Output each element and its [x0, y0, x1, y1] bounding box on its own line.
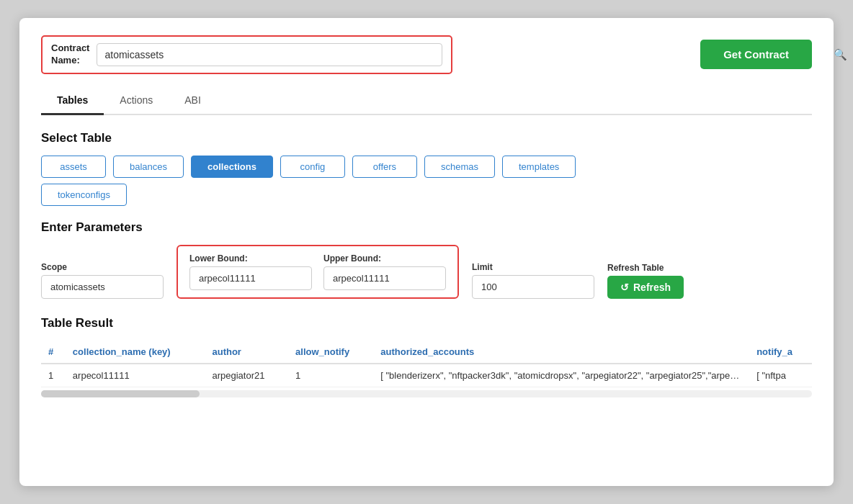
cell-allow-notify: 1	[288, 364, 373, 387]
scope-group: Scope	[41, 262, 164, 299]
result-table: # collection_name (key) author allow_not…	[41, 341, 812, 387]
scope-label: Scope	[41, 262, 164, 272]
search-icon: 🔍	[834, 48, 847, 61]
refresh-group: Refresh Table ↺ Refresh	[607, 263, 684, 299]
col-author: author	[205, 341, 288, 364]
table-header-row: # collection_name (key) author allow_not…	[41, 341, 812, 364]
get-contract-button[interactable]: Get Contract	[700, 40, 812, 69]
contract-row: ContractName: 🔍 Get Contract	[41, 35, 812, 74]
table-btn-balances[interactable]: balances	[113, 156, 184, 178]
tab-tables[interactable]: Tables	[41, 87, 104, 115]
limit-group: Limit	[472, 262, 594, 299]
cell-author: arpegiator21	[205, 364, 288, 387]
contract-name-label: ContractName:	[51, 42, 89, 67]
tab-abi[interactable]: ABI	[169, 87, 217, 115]
horizontal-scrollbar[interactable]	[41, 390, 812, 397]
tabs-row: Tables Actions ABI	[41, 87, 812, 115]
table-btn-offers[interactable]: offers	[352, 156, 417, 178]
lower-bound-input[interactable]	[189, 266, 312, 290]
cell-authorized-accounts: [ "blenderizerx", "nftpacker3dk", "atomi…	[373, 364, 749, 387]
cell-notify-a: [ "nftpa	[749, 364, 812, 387]
bounds-box: Lower Bound: Upper Bound:	[177, 245, 459, 299]
col-allow-notify: allow_notify	[288, 341, 373, 364]
limit-input[interactable]	[472, 275, 594, 299]
lower-bound-group: Lower Bound:	[189, 253, 312, 290]
upper-bound-label: Upper Bound:	[323, 253, 446, 264]
main-card: ContractName: 🔍 Get Contract Tables Acti…	[19, 18, 834, 486]
result-title: Table Result	[41, 316, 812, 330]
select-table-section: Select Table assets balances collections…	[41, 131, 812, 206]
upper-bound-input[interactable]	[323, 266, 446, 290]
scrollbar-thumb	[41, 390, 200, 397]
col-authorized-accounts: authorized_accounts	[373, 341, 749, 364]
params-row: Scope Lower Bound: Upper Bound: Limit	[41, 245, 812, 299]
col-collection-name: collection_name (key)	[66, 341, 205, 364]
lower-bound-label: Lower Bound:	[189, 253, 312, 264]
cell-num: 1	[41, 364, 66, 387]
upper-bound-group: Upper Bound:	[323, 253, 446, 290]
col-notify-a: notify_a	[749, 341, 812, 364]
tab-actions[interactable]: Actions	[104, 87, 169, 115]
select-table-title: Select Table	[41, 131, 812, 145]
refresh-icon: ↺	[620, 282, 629, 293]
refresh-table-label: Refresh Table	[607, 263, 684, 273]
table-buttons-row2: tokenconfigs	[41, 184, 812, 206]
table-btn-assets[interactable]: assets	[41, 156, 106, 178]
contract-name-input[interactable]	[97, 43, 442, 66]
result-section: Table Result # collection_name (key) aut…	[41, 316, 812, 397]
parameters-title: Enter Parameters	[41, 220, 812, 235]
scope-input[interactable]	[41, 275, 164, 299]
table-btn-schemas[interactable]: schemas	[424, 156, 495, 178]
contract-name-box: ContractName: 🔍	[41, 35, 452, 74]
table-btn-collections[interactable]: collections	[191, 156, 273, 178]
table-btn-config[interactable]: config	[280, 156, 345, 178]
table-row: 1 arpecol11111 arpegiator21 1 [ "blender…	[41, 364, 812, 387]
col-num: #	[41, 341, 66, 364]
table-buttons-row1: assets balances collections config offer…	[41, 156, 812, 178]
cell-collection-name: arpecol11111	[66, 364, 205, 387]
table-btn-templates[interactable]: templates	[502, 156, 576, 178]
refresh-button[interactable]: ↺ Refresh	[607, 276, 684, 299]
parameters-section: Enter Parameters Scope Lower Bound: Uppe…	[41, 220, 812, 299]
limit-label: Limit	[472, 262, 594, 272]
table-btn-tokenconfigs[interactable]: tokenconfigs	[41, 184, 127, 206]
